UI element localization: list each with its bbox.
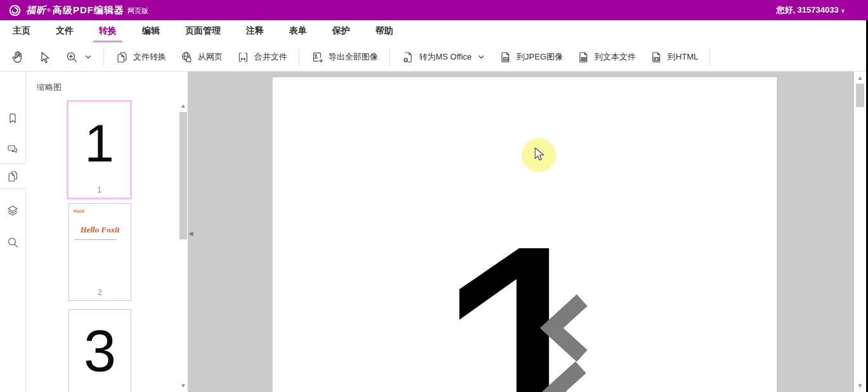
account-chevron-down-icon[interactable]: ∨ — [841, 7, 845, 14]
app-brand: 福昕 — [26, 4, 46, 16]
app-edition: 网页版 — [127, 6, 148, 16]
thumb-scroll-up-icon[interactable]: ▲ — [179, 102, 187, 110]
ribbon-menu: 主页 文件 转换 编辑 页面管理 注释 表单 保护 帮助 — [0, 20, 866, 43]
foxit-logo-icon — [9, 4, 21, 16]
sidebar-item-comments[interactable] — [0, 137, 25, 162]
toolbar-separator — [709, 49, 710, 66]
thumbnail-2-foxit-logo: Foxit — [74, 209, 84, 213]
scroll-down-icon[interactable]: ▼ — [854, 383, 866, 389]
page-thumbnail-3[interactable]: 3 3 — [68, 309, 131, 392]
file-convert-icon — [115, 51, 129, 64]
toolbar-separator — [299, 49, 299, 66]
left-icon-sidebar — [0, 72, 26, 392]
from-web-globe-icon — [180, 51, 193, 64]
app-title: 高级PDF编辑器 — [53, 4, 124, 16]
thumb-scroll-down-icon[interactable]: ▼ — [179, 382, 187, 389]
to-html-label: 到HTML — [668, 51, 698, 63]
tab-page-manage[interactable]: 页面管理 — [185, 23, 221, 41]
bookmark-icon — [6, 112, 19, 125]
merge-files-icon — [236, 51, 250, 64]
scroll-up-icon[interactable]: ▲ — [854, 75, 866, 81]
export-all-images-button[interactable]: 导出全部图像 — [304, 47, 385, 68]
sidebar-item-pages[interactable] — [0, 163, 26, 189]
panel-collapse-arrow-icon[interactable]: ◀ — [188, 229, 195, 238]
search-icon — [6, 236, 20, 250]
thumbnail-2-heading: Hello Foxit — [69, 225, 131, 235]
hand-tool-button[interactable] — [4, 46, 32, 68]
pages-icon — [6, 170, 20, 183]
from-web-button[interactable]: 从网页 — [173, 47, 230, 68]
select-tool-button[interactable] — [32, 47, 58, 67]
thumb-scrollbar[interactable] — [179, 112, 187, 239]
registered-mark: ® — [47, 8, 51, 13]
merge-files-label: 合并文件 — [254, 51, 287, 63]
to-html-button[interactable]: 到HTML — [643, 47, 705, 68]
file-convert-label: 文件转换 — [133, 51, 166, 63]
document-canvas[interactable]: 1 ◀ — [188, 72, 854, 392]
zoom-chevron-down-icon[interactable] — [84, 53, 92, 61]
app-window: 福昕® 高级PDF编辑器 网页版 您好, 315734033 ∨ 主页 文件 转… — [0, 0, 868, 392]
workspace: 缩略图 1 1 Foxit Hello Foxit 2 3 3 ▲ ▼ — [0, 72, 868, 392]
ms-office-chevron-down-icon[interactable] — [477, 53, 485, 61]
file-convert-button[interactable]: 文件转换 — [108, 47, 173, 68]
comment-icon — [6, 142, 20, 156]
layers-icon — [6, 204, 20, 218]
zoom-tool-button[interactable] — [58, 47, 99, 68]
to-jpeg-button[interactable]: 到JPEG图像 — [492, 47, 570, 68]
export-images-icon — [311, 51, 324, 64]
to-jpeg-label: 到JPEG图像 — [517, 51, 563, 63]
sidebar-item-search[interactable] — [0, 230, 25, 255]
hand-pan-icon — [11, 50, 25, 64]
page-thumbnail-2[interactable]: Foxit Hello Foxit 2 — [68, 203, 131, 301]
page-numeral: 1 — [424, 168, 629, 392]
to-ms-office-button[interactable]: 转为MS Office — [394, 47, 492, 68]
main-scrollbar-thumb[interactable] — [856, 84, 864, 107]
tab-convert[interactable]: 转换 — [99, 23, 117, 41]
main-scrollbar-track[interactable]: ▲ ▼ — [854, 72, 866, 392]
export-all-images-label: 导出全部图像 — [328, 51, 378, 63]
thumbnail-panel-title: 缩略图 — [37, 82, 62, 93]
top-bar: 福昕® 高级PDF编辑器 网页版 您好, 315734033 ∨ — [0, 0, 868, 20]
page-content-numeral-with-watermark: 1 — [273, 77, 777, 392]
account-greeting[interactable]: 您好, 315734033 — [776, 4, 838, 16]
thumbnail-1-numeral: 1 — [68, 118, 130, 169]
thumbnail-3-numeral: 3 — [69, 324, 131, 379]
tab-help[interactable]: 帮助 — [375, 23, 393, 41]
toolbar-separator — [103, 49, 104, 66]
thumbnail-2-rule — [74, 239, 117, 240]
page-thumbnail-1[interactable]: 1 1 — [67, 100, 132, 199]
tab-home[interactable]: 主页 — [13, 23, 30, 41]
to-text-label: 到文本文件 — [595, 51, 636, 63]
sidebar-item-bookmarks[interactable] — [0, 106, 25, 131]
tab-comment[interactable]: 注释 — [246, 23, 264, 41]
toolbar-separator — [389, 49, 390, 66]
to-ms-office-label: 转为MS Office — [419, 51, 472, 63]
convert-toolbar: 文件转换 从网页 合并文件 — [0, 43, 866, 72]
select-arrow-icon — [39, 51, 51, 63]
thumbnail-2-page-number: 2 — [69, 288, 131, 297]
to-text-button[interactable]: 到文本文件 — [570, 47, 643, 68]
from-web-label: 从网页 — [198, 51, 223, 63]
document-page[interactable]: 1 — [273, 77, 777, 392]
tab-file[interactable]: 文件 — [56, 23, 74, 41]
merge-files-button[interactable]: 合并文件 — [230, 47, 294, 68]
thumbnail-panel: 缩略图 1 1 Foxit Hello Foxit 2 3 3 ▲ ▼ — [26, 72, 188, 392]
tab-edit[interactable]: 编辑 — [142, 23, 160, 41]
mouse-cursor-icon — [534, 147, 547, 163]
jpeg-image-icon — [499, 51, 512, 64]
zoom-in-icon — [65, 51, 79, 64]
tab-protect[interactable]: 保护 — [332, 23, 350, 41]
text-file-icon — [577, 51, 590, 64]
html-file-icon — [650, 51, 663, 64]
tab-form[interactable]: 表单 — [289, 23, 307, 41]
sidebar-item-layers[interactable] — [0, 198, 25, 224]
thumbnail-1-page-number: 1 — [68, 186, 130, 194]
ms-office-icon — [401, 51, 415, 64]
